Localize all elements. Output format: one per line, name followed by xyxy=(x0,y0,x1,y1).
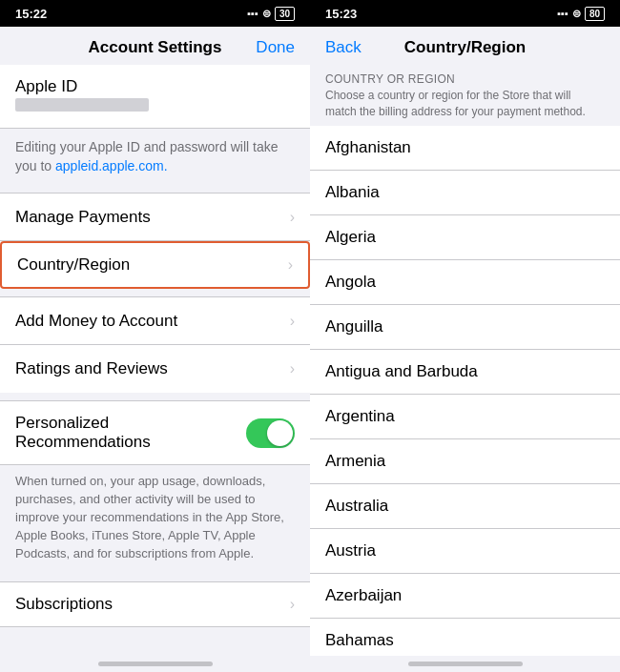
right-panel: 15:23 ▪▪▪ ⊜ 80 Back Country/Region COUNT… xyxy=(310,0,620,672)
battery-icon-left: 30 xyxy=(275,7,295,21)
country-item[interactable]: Antigua and Barbuda xyxy=(310,350,620,395)
country-header: COUNTRY OR REGION Choose a country or re… xyxy=(310,65,620,126)
battery-icon-right: 80 xyxy=(585,7,605,21)
personalized-recommendations-toggle[interactable] xyxy=(246,418,295,448)
country-name: Albania xyxy=(325,183,380,202)
country-item[interactable]: Angola xyxy=(310,260,620,305)
add-money-item[interactable]: Add Money to Account › xyxy=(0,297,310,345)
home-indicator-left xyxy=(0,627,310,672)
ratings-reviews-chevron: › xyxy=(290,360,295,377)
subscriptions-chevron: › xyxy=(290,596,295,613)
menu-group: Manage Payments › Country/Region › xyxy=(0,193,310,289)
ratings-reviews-label: Ratings and Reviews xyxy=(15,359,168,378)
country-item[interactable]: Azerbaijan xyxy=(310,574,620,619)
apple-id-value xyxy=(15,98,149,112)
country-item[interactable]: Armenia xyxy=(310,439,620,484)
country-region-chevron: › xyxy=(288,256,293,274)
manage-payments-item[interactable]: Manage Payments › xyxy=(0,193,310,241)
country-item[interactable]: Austria xyxy=(310,529,620,574)
status-icons-right: ▪▪▪ ⊜ 80 xyxy=(557,7,605,21)
add-money-chevron: › xyxy=(290,313,295,330)
country-name: Azerbaijan xyxy=(325,586,402,605)
country-name: Argentina xyxy=(325,407,395,426)
country-item[interactable]: Algeria xyxy=(310,215,620,260)
country-name: Angola xyxy=(325,273,376,292)
apple-id-label: Apple ID xyxy=(15,77,295,96)
manage-payments-label: Manage Payments xyxy=(15,208,151,227)
home-bar-right xyxy=(408,662,523,666)
time-left: 15:22 xyxy=(15,7,47,21)
country-region-label: Country/Region xyxy=(17,255,130,275)
wifi-icon-right: ⊜ xyxy=(572,8,581,20)
toggle-knob xyxy=(267,420,293,446)
edit-description: Editing your Apple ID and password will … xyxy=(0,129,310,185)
time-right: 15:23 xyxy=(325,7,357,21)
left-panel: 15:22 ▪▪▪ ⊜ 30 Account Settings Done App… xyxy=(0,0,310,672)
personalized-recommendations-toggle-row[interactable]: Personalized Recommendations xyxy=(0,400,310,465)
country-section-desc: Choose a country or region for the Store… xyxy=(325,88,605,120)
country-name: Armenia xyxy=(325,452,385,471)
status-icons-left: ▪▪▪ ⊜ 30 xyxy=(247,7,295,21)
apple-id-link[interactable]: appleid.apple.com. xyxy=(55,158,168,173)
subscriptions-item[interactable]: Subscriptions › xyxy=(0,581,310,627)
country-list[interactable]: AfghanistanAlbaniaAlgeriaAngolaAnguillaA… xyxy=(310,126,620,656)
home-indicator-right xyxy=(310,656,620,672)
country-item[interactable]: Afghanistan xyxy=(310,126,620,171)
done-button[interactable]: Done xyxy=(256,38,295,57)
account-settings-title: Account Settings xyxy=(89,38,222,57)
home-bar-left xyxy=(98,662,213,666)
country-item[interactable]: Anguilla xyxy=(310,305,620,350)
status-bar-right: 15:23 ▪▪▪ ⊜ 80 xyxy=(310,0,620,27)
country-section-title: COUNTRY OR REGION xyxy=(325,72,605,86)
country-item[interactable]: Argentina xyxy=(310,395,620,439)
country-name: Antigua and Barbuda xyxy=(325,362,478,381)
signal-icon-left: ▪▪▪ xyxy=(247,8,258,19)
country-name: Austria xyxy=(325,541,376,560)
country-item[interactable]: Albania xyxy=(310,171,620,215)
toggle-description: When turned on, your app usage, download… xyxy=(0,465,310,574)
nav-bar-right: Back Country/Region xyxy=(310,27,620,65)
signal-icon-right: ▪▪▪ xyxy=(557,8,568,19)
add-money-label: Add Money to Account xyxy=(15,312,177,331)
country-region-title: Country/Region xyxy=(404,38,527,57)
country-item[interactable]: Australia xyxy=(310,484,620,529)
ratings-reviews-item[interactable]: Ratings and Reviews › xyxy=(0,345,310,393)
subscriptions-label: Subscriptions xyxy=(15,595,113,614)
country-name: Australia xyxy=(325,497,388,516)
country-name: Anguilla xyxy=(325,317,383,336)
manage-payments-chevron: › xyxy=(290,209,295,226)
apple-id-section: Apple ID xyxy=(0,65,310,129)
country-name: Bahamas xyxy=(325,631,394,650)
country-region-item[interactable]: Country/Region › xyxy=(0,241,310,289)
menu-group-2: Add Money to Account › Ratings and Revie… xyxy=(0,296,310,393)
personalized-recommendations-label: Personalized Recommendations xyxy=(15,414,246,452)
status-bar-left: 15:22 ▪▪▪ ⊜ 30 xyxy=(0,0,310,27)
wifi-icon-left: ⊜ xyxy=(262,8,271,20)
country-name: Algeria xyxy=(325,228,376,247)
country-item[interactable]: Bahamas xyxy=(310,619,620,656)
nav-bar-left: Account Settings Done xyxy=(0,27,310,65)
country-name: Afghanistan xyxy=(325,138,411,157)
back-button[interactable]: Back xyxy=(325,38,362,57)
